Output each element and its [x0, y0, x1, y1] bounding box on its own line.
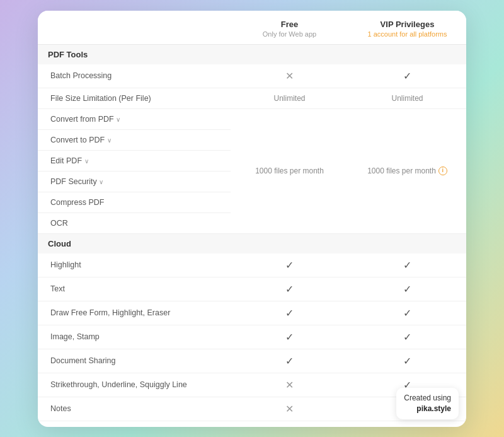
check-icon: ✓ — [348, 349, 466, 373]
check-icon: ✓ — [231, 277, 348, 301]
check-icon: ✓ — [348, 325, 466, 349]
table-row: Rectangle, Ellipse, Line, Arrow✕✓ — [38, 421, 466, 427]
feature-label: Batch Processing — [38, 64, 231, 88]
table-row: File Size Limitation (Per File)Unlimited… — [38, 88, 466, 108]
feature-label: Highlight — [38, 253, 231, 277]
table-container: Free Only for Web app VIP Privileges 1 a… — [38, 11, 466, 427]
value-cell: Unlimited — [231, 88, 348, 108]
check-icon: ✓ — [231, 301, 348, 325]
table-row: Document Sharing✓✓ — [38, 349, 466, 373]
comparison-table: Free Only for Web app VIP Privileges 1 a… — [38, 11, 466, 427]
table-header-row: Free Only for Web app VIP Privileges 1 a… — [38, 11, 466, 45]
check-icon: ✓ — [231, 253, 348, 277]
dropdown-arrow-icon: ∨ — [107, 137, 112, 144]
feature-label: OCR — [38, 213, 231, 233]
table-row: Batch Processing✕✓ — [38, 64, 466, 88]
feature-label: Convert to PDF ∨ — [38, 129, 231, 150]
feature-label: Notes — [38, 397, 231, 421]
dropdown-arrow-icon: ∨ — [99, 178, 103, 185]
feature-label: Strikethrough, Underline, Squiggly Line — [38, 373, 231, 397]
cross-icon: ✕ — [231, 421, 348, 427]
comparison-card: Free Only for Web app VIP Privileges 1 a… — [38, 11, 466, 427]
check-icon: ✓ — [348, 301, 466, 325]
vip-col-sub: 1 account for all platforms — [356, 30, 459, 38]
feature-label: File Size Limitation (Per File) — [38, 88, 231, 108]
check-icon: ✓ — [348, 64, 466, 88]
check-icon: ✓ — [231, 349, 348, 373]
cross-icon: ✕ — [231, 373, 348, 397]
free-col-label: Free — [238, 20, 341, 29]
check-icon: ✓ — [348, 277, 466, 301]
dropdown-arrow-icon: ∨ — [116, 116, 120, 123]
header-free-col: Free Only for Web app — [231, 11, 348, 45]
info-icon: i — [438, 166, 447, 175]
feature-label: Text — [38, 277, 231, 301]
cross-icon: ✕ — [231, 397, 348, 421]
table-row: Text✓✓ — [38, 277, 466, 301]
check-icon: ✓ — [348, 253, 466, 277]
grouped-free-cell: 1000 files per month — [231, 108, 348, 233]
header-feature-col — [38, 11, 231, 45]
feature-label: Compress PDF — [38, 192, 231, 213]
section-title: Cloud — [38, 233, 466, 253]
check-icon: ✓ — [231, 325, 348, 349]
pika-badge-line1: Created using — [404, 393, 451, 402]
table-body: PDF ToolsBatch Processing✕✓File Size Lim… — [38, 44, 466, 427]
feature-label: Edit PDF ∨ — [38, 150, 231, 171]
feature-label: Document Sharing — [38, 349, 231, 373]
feature-label: Draw Free Form, Highlight, Eraser — [38, 301, 231, 325]
section-header-row: Cloud — [38, 233, 466, 253]
check-icon: ✓ — [348, 421, 466, 427]
grouped-vip-cell: 1000 files per monthi — [348, 108, 466, 233]
table-row: Draw Free Form, Highlight, Eraser✓✓ — [38, 301, 466, 325]
feature-label: Convert from PDF ∨ — [38, 108, 231, 129]
pika-badge: Created using pika.style — [396, 388, 459, 419]
dropdown-arrow-icon: ∨ — [84, 158, 89, 165]
feature-label: Rectangle, Ellipse, Line, Arrow — [38, 421, 231, 427]
feature-label: Image, Stamp — [38, 325, 231, 349]
pika-badge-brand: pika.style — [416, 404, 451, 413]
header-vip-col: VIP Privileges 1 account for all platfor… — [348, 11, 466, 45]
value-cell: Unlimited — [348, 88, 466, 108]
table-row: Convert from PDF ∨1000 files per month10… — [38, 108, 466, 129]
feature-label: PDF Security ∨ — [38, 171, 231, 192]
section-title: PDF Tools — [38, 44, 466, 64]
free-col-sub: Only for Web app — [238, 30, 341, 38]
table-row: Highlight✓✓ — [38, 253, 466, 277]
cross-icon: ✕ — [231, 64, 348, 88]
section-header-row: PDF Tools — [38, 44, 466, 64]
table-row: Image, Stamp✓✓ — [38, 325, 466, 349]
vip-col-label: VIP Privileges — [356, 20, 459, 29]
